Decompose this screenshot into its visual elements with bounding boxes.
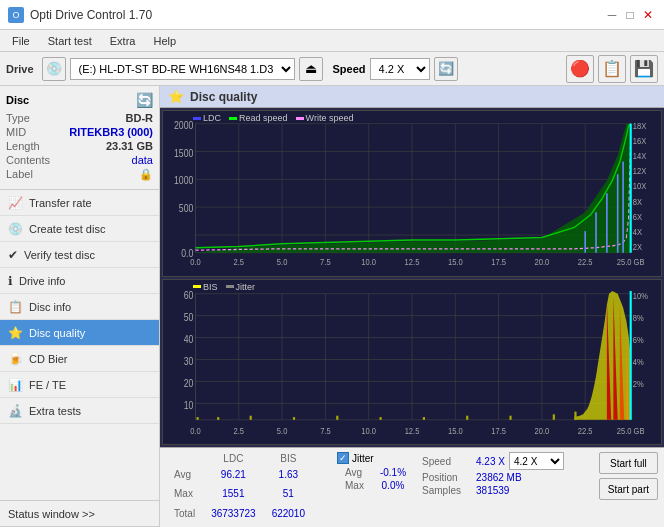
status-window-button[interactable]: Status window >> (0, 501, 159, 527)
svg-text:17.5: 17.5 (491, 258, 506, 268)
record-button[interactable]: 🔴 (566, 55, 594, 83)
menu-bar: File Start test Extra Help (0, 30, 664, 52)
minimize-button[interactable]: ─ (604, 7, 620, 23)
svg-rect-104 (574, 411, 576, 419)
menu-start-test[interactable]: Start test (40, 33, 100, 49)
sidebar-item-drive-info[interactable]: ℹ Drive info (0, 268, 159, 294)
ldc-chart: LDC Read speed Write speed (162, 110, 662, 277)
jitter-section: ✓ Jitter Avg -0.1% Max 0.0% (337, 452, 414, 523)
bis-legend-label: BIS (203, 282, 218, 292)
svg-rect-97 (293, 417, 295, 420)
read-speed-legend-item: Read speed (229, 113, 288, 123)
menu-extra[interactable]: Extra (102, 33, 144, 49)
sidebar: Disc 🔄 Type BD-R MID RITEKBR3 (000) Leng… (0, 86, 160, 527)
svg-text:25.0 GB: 25.0 GB (617, 424, 645, 435)
jitter-checkbox[interactable]: ✓ (337, 452, 349, 464)
drive-select[interactable]: (E:) HL-DT-ST BD-RE WH16NS48 1.D3 (70, 58, 295, 80)
sidebar-item-disc-quality[interactable]: ⭐ Disc quality (0, 320, 159, 346)
speed-select[interactable]: 4.2 X (370, 58, 430, 80)
svg-text:10.0: 10.0 (361, 258, 376, 268)
disc-panel: Disc 🔄 Type BD-R MID RITEKBR3 (000) Leng… (0, 86, 159, 190)
svg-text:5.0: 5.0 (277, 258, 288, 268)
avg-bis: 1.63 (264, 465, 313, 484)
svg-rect-100 (423, 417, 425, 420)
drive-info-label: Drive info (19, 275, 65, 287)
svg-text:15.0: 15.0 (448, 424, 463, 435)
menu-file[interactable]: File (4, 33, 38, 49)
svg-text:10.0: 10.0 (361, 424, 376, 435)
svg-text:500: 500 (179, 203, 193, 215)
svg-text:17.5: 17.5 (491, 424, 506, 435)
total-bis: 622010 (264, 504, 313, 523)
svg-text:10%: 10% (633, 290, 648, 301)
transfer-rate-label: Transfer rate (29, 197, 92, 209)
start-full-button[interactable]: Start full (599, 452, 658, 474)
max-label: Max (166, 484, 203, 503)
contents-value: data (132, 154, 153, 166)
sidebar-item-cd-bier[interactable]: 🍺 CD Bier (0, 346, 159, 372)
svg-text:0.0: 0.0 (190, 258, 201, 268)
create-test-disc-label: Create test disc (29, 223, 105, 235)
svg-text:20: 20 (184, 376, 194, 388)
jitter-max-label: Max (337, 479, 372, 492)
svg-rect-94 (197, 417, 199, 420)
maximize-button[interactable]: □ (622, 7, 638, 23)
svg-text:4%: 4% (633, 356, 644, 367)
bis-jitter-legend: BIS Jitter (193, 282, 255, 292)
fe-te-label: FE / TE (29, 379, 66, 391)
disc-quality-icon: ⭐ (8, 326, 23, 340)
svg-text:1000: 1000 (174, 175, 193, 187)
copy-button[interactable]: 📋 (598, 55, 626, 83)
label-label: Label (6, 168, 33, 181)
svg-text:7.5: 7.5 (320, 258, 331, 268)
svg-text:12X: 12X (633, 167, 647, 177)
sidebar-item-fe-te[interactable]: 📊 FE / TE (0, 372, 159, 398)
jitter-legend-label: Jitter (236, 282, 256, 292)
svg-text:22.5: 22.5 (578, 258, 593, 268)
ldc-header: LDC (203, 452, 264, 465)
disc-quality-header-title: Disc quality (190, 90, 257, 104)
avg-ldc: 96.21 (203, 465, 264, 484)
svg-text:10X: 10X (633, 182, 647, 192)
sidebar-item-transfer-rate[interactable]: 📈 Transfer rate (0, 190, 159, 216)
refresh-button[interactable]: 🔄 (434, 57, 458, 81)
svg-marker-89 (195, 290, 630, 419)
bis-legend-item: BIS (193, 282, 218, 292)
disc-quality-header-icon: ⭐ (168, 89, 184, 104)
stats-table: LDC BIS Avg 96.21 1.63 Max 1551 51 (166, 452, 329, 523)
sidebar-bottom: Status window >> (0, 500, 159, 527)
eject-button[interactable]: ⏏ (299, 57, 323, 81)
read-speed-legend-label: Read speed (239, 113, 288, 123)
svg-text:20.0: 20.0 (535, 424, 550, 435)
start-part-button[interactable]: Start part (599, 478, 658, 500)
bis-jitter-chart: BIS Jitter (162, 279, 662, 446)
cd-bier-icon: 🍺 (8, 352, 23, 366)
close-button[interactable]: ✕ (640, 7, 656, 23)
menu-help[interactable]: Help (145, 33, 184, 49)
svg-text:50: 50 (184, 311, 194, 323)
position-key: Position (422, 472, 472, 483)
sidebar-item-disc-info[interactable]: 📋 Disc info (0, 294, 159, 320)
svg-text:2000: 2000 (174, 119, 193, 131)
svg-rect-101 (466, 415, 468, 419)
disc-refresh-icon[interactable]: 🔄 (136, 92, 153, 108)
extra-tests-label: Extra tests (29, 405, 81, 417)
drive-info-icon: ℹ (8, 274, 13, 288)
sidebar-item-verify-test-disc[interactable]: ✔ Verify test disc (0, 242, 159, 268)
samples-val: 381539 (476, 485, 509, 496)
write-speed-legend-label: Write speed (306, 113, 354, 123)
sidebar-item-extra-tests[interactable]: 🔬 Extra tests (0, 398, 159, 424)
read-speed-legend-dot (229, 117, 237, 120)
sidebar-item-create-test-disc[interactable]: 💿 Create test disc (0, 216, 159, 242)
speed-label: Speed (333, 63, 366, 75)
svg-text:2%: 2% (633, 378, 644, 389)
toolbar: Drive 💿 (E:) HL-DT-ST BD-RE WH16NS48 1.D… (0, 52, 664, 86)
speed-info-select[interactable]: 4.2 X (509, 452, 564, 470)
svg-text:2.5: 2.5 (234, 258, 245, 268)
save-button[interactable]: 💾 (630, 55, 658, 83)
svg-text:12.5: 12.5 (405, 424, 420, 435)
length-label: Length (6, 140, 40, 152)
disc-quality-label: Disc quality (29, 327, 85, 339)
svg-text:2.5: 2.5 (234, 424, 245, 435)
bis-jitter-chart-svg: 60 50 40 30 20 10 10% 8% 6% 4% 2% 0.0 2.… (163, 280, 661, 445)
